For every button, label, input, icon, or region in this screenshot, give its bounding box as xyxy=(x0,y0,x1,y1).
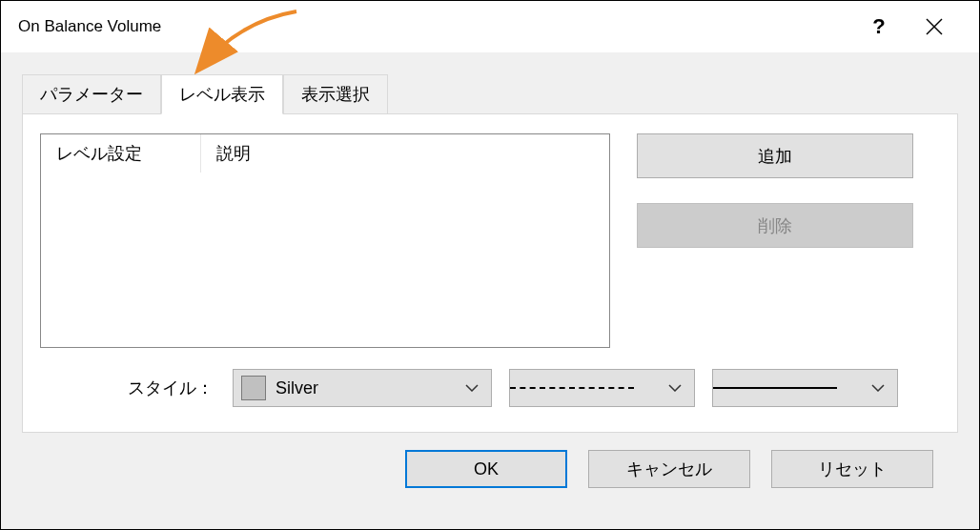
levels-table[interactable]: レベル設定 説明 xyxy=(40,133,610,348)
linewidth-combo[interactable] xyxy=(712,369,898,407)
client-area: パラメーター レベル表示 表示選択 レベル設定 説明 追加 削除 スタイル： xyxy=(1,52,979,529)
style-row: スタイル： Silver xyxy=(40,369,940,407)
col-header-desc[interactable]: 説明 xyxy=(201,142,609,165)
dashed-line-icon xyxy=(510,387,634,389)
window-title: On Balance Volume xyxy=(18,17,851,36)
color-name: Silver xyxy=(276,378,318,398)
tab-panel: レベル設定 説明 追加 削除 スタイル： Silver xyxy=(22,113,958,433)
ok-button[interactable]: OK xyxy=(405,450,567,488)
remove-button: 削除 xyxy=(637,203,913,248)
content-row: レベル設定 説明 追加 削除 xyxy=(40,133,940,348)
add-button[interactable]: 追加 xyxy=(637,133,913,178)
table-header-row: レベル設定 説明 xyxy=(41,134,609,173)
col-header-level[interactable]: レベル設定 xyxy=(41,134,201,173)
cancel-button[interactable]: キャンセル xyxy=(588,450,750,488)
dialog-window: On Balance Volume ? パラメーター レベル表示 表示選択 xyxy=(0,0,980,530)
linestyle-combo[interactable] xyxy=(509,369,695,407)
chevron-down-icon xyxy=(667,384,683,392)
reset-button[interactable]: リセット xyxy=(771,450,933,488)
tab-strip: パラメーター レベル表示 表示選択 xyxy=(1,52,979,114)
close-icon xyxy=(925,17,944,36)
close-button[interactable] xyxy=(907,1,962,52)
style-label: スタイル： xyxy=(128,377,214,399)
dialog-footer: OK キャンセル リセット xyxy=(1,434,979,488)
chevron-down-icon xyxy=(870,384,886,392)
chevron-down-icon xyxy=(464,384,480,392)
color-combo[interactable]: Silver xyxy=(233,369,492,407)
tab-levels[interactable]: レベル表示 xyxy=(161,74,283,114)
tab-parameters[interactable]: パラメーター xyxy=(22,74,161,114)
solid-line-icon xyxy=(713,387,837,389)
tab-display[interactable]: 表示選択 xyxy=(283,74,388,114)
side-buttons: 追加 削除 xyxy=(637,133,913,348)
titlebar: On Balance Volume ? xyxy=(1,1,979,52)
color-swatch xyxy=(241,376,266,400)
help-button[interactable]: ? xyxy=(851,1,907,52)
